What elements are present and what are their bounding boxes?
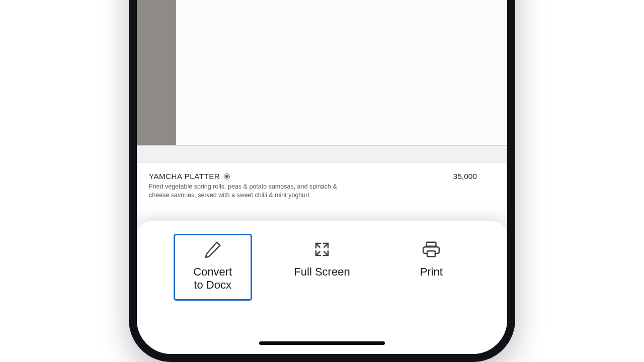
menu-item: YAMCHA PLATTER Fried vegetable spring ro…	[137, 163, 507, 200]
action-sheet: Convert to Docx Full Screen	[137, 221, 507, 354]
svg-rect-0	[427, 242, 436, 246]
full-screen-button[interactable]: Full Screen	[284, 238, 360, 279]
menu-item-desc: Fried vegetable spring rolls, peas & pot…	[149, 183, 350, 200]
document-preview[interactable]: with chickpea puree, spring onions & ses…	[137, 0, 507, 229]
home-indicator[interactable]	[259, 341, 385, 345]
printer-icon	[420, 238, 442, 260]
phone-frame: with chickpea puree, spring onions & ses…	[129, 0, 515, 362]
menu-item-name: YAMCHA PLATTER	[149, 172, 220, 180]
expand-icon	[311, 238, 333, 260]
pencil-icon	[202, 238, 224, 260]
print-button[interactable]: Print	[393, 238, 469, 279]
action-label: Print	[420, 265, 443, 279]
veg-icon	[224, 173, 230, 179]
menu-item-price: 35,000	[443, 172, 477, 200]
convert-to-docx-button[interactable]: Convert to Docx	[175, 235, 251, 299]
action-label: Convert	[193, 265, 232, 278]
document-page-2: YAMCHA PLATTER Fried vegetable spring ro…	[137, 163, 507, 215]
svg-rect-1	[427, 251, 435, 256]
action-label: Full Screen	[294, 265, 350, 279]
viewport: with chickpea puree, spring onions & ses…	[0, 0, 644, 362]
page-margin	[137, 0, 176, 154]
action-label: to Docx	[194, 279, 231, 291]
page-separator	[137, 145, 507, 163]
phone-screen: with chickpea puree, spring onions & ses…	[137, 0, 507, 354]
